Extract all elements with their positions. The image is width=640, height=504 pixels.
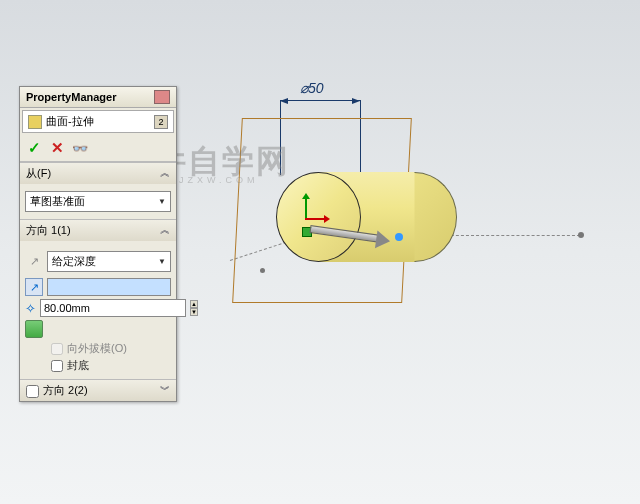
- cylinder-front-face[interactable]: [276, 172, 361, 262]
- from-condition-dropdown[interactable]: 草图基准面 ▼: [25, 191, 171, 212]
- section-dir2-label: 方向 2(2): [43, 384, 88, 396]
- cancel-button[interactable]: ✕: [48, 139, 66, 157]
- collapse-icon: ︽: [160, 166, 170, 181]
- pm-help-badge[interactable]: 2: [154, 115, 168, 129]
- section-direction2: 方向 2(2) ︾: [20, 379, 176, 401]
- section-direction1: 方向 1(1) ︽ ↗ 给定深度 ▼ ↗ ✧ ▲▼: [20, 219, 176, 379]
- surface-extrude-icon: [28, 115, 42, 129]
- pm-title-text: PropertyManager: [26, 91, 116, 103]
- draft-button[interactable]: [25, 320, 43, 338]
- pm-feature-row: 曲面-拉伸 2: [22, 110, 174, 133]
- pm-titlebar[interactable]: PropertyManager: [20, 87, 176, 108]
- reverse-direction-button[interactable]: ↗: [25, 253, 43, 271]
- triad-x-arrow-icon: [305, 218, 325, 220]
- chevron-down-icon: ▼: [158, 197, 166, 206]
- draft-outward-label: 向外拔模(O): [67, 341, 127, 356]
- pm-feature-name: 曲面-拉伸: [46, 114, 94, 129]
- cap-end-checkbox-row[interactable]: 封底: [51, 358, 171, 373]
- axis-x-endpoint: [578, 232, 584, 238]
- pm-action-bar: ✓ ✕ 👓: [20, 135, 176, 162]
- triad-y-arrow-icon: [305, 198, 307, 218]
- draft-outward-checkbox-row: 向外拔模(O): [51, 341, 171, 356]
- section-dir1-label: 方向 1(1): [26, 223, 71, 238]
- depth-spinner[interactable]: ▲▼: [190, 300, 198, 316]
- drag-handle-point[interactable]: [395, 233, 403, 241]
- collapse-icon: ︽: [160, 223, 170, 238]
- section-from: 从(F) ︽ 草图基准面 ▼: [20, 162, 176, 219]
- dimension-label[interactable]: ⌀50: [300, 80, 324, 96]
- section-from-label: 从(F): [26, 166, 51, 181]
- end-condition-dropdown[interactable]: 给定深度 ▼: [47, 251, 171, 272]
- cap-end-label: 封底: [67, 358, 89, 373]
- depth-icon: ✧: [25, 299, 36, 317]
- expand-icon: ︾: [160, 383, 170, 398]
- chevron-down-icon: ▼: [158, 257, 166, 266]
- dir2-enable-checkbox[interactable]: [26, 385, 39, 398]
- from-condition-value: 草图基准面: [30, 194, 85, 209]
- pushpin-icon[interactable]: [154, 90, 170, 104]
- cap-end-checkbox[interactable]: [51, 360, 63, 372]
- section-from-header[interactable]: 从(F) ︽: [20, 163, 176, 184]
- end-condition-value: 给定深度: [52, 254, 96, 269]
- detailed-preview-button[interactable]: 👓: [71, 139, 89, 157]
- ok-button[interactable]: ✓: [25, 139, 43, 157]
- property-manager-panel: PropertyManager 曲面-拉伸 2 ✓ ✕ 👓 从(F) ︽ 草图基…: [19, 86, 177, 402]
- section-dir1-header[interactable]: 方向 1(1) ︽: [20, 220, 176, 241]
- draft-outward-checkbox: [51, 343, 63, 355]
- direction-selection-box[interactable]: [47, 278, 171, 296]
- section-dir2-header[interactable]: 方向 2(2) ︾: [20, 380, 176, 401]
- depth-input[interactable]: [40, 299, 186, 317]
- dimension-arrow[interactable]: [280, 100, 360, 101]
- direction-vector-button[interactable]: ↗: [25, 278, 43, 296]
